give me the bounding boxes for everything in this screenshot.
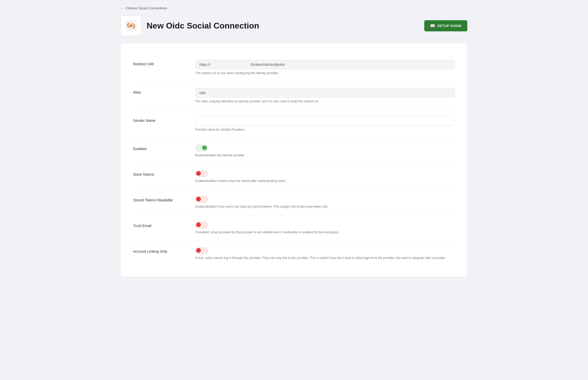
field-alias: The alias uniquely identifies an identit…	[195, 88, 455, 104]
help-stored_tokens_readable: Enable/disable if new users can read any…	[195, 204, 455, 209]
form-row-redirect_uri: Redirect URIThe redirect uri to use when…	[133, 54, 455, 82]
page-header: New Oidc Social Connection 📖 SETUP GUIDE	[121, 15, 467, 36]
label-trust_email: Trust Email	[133, 222, 195, 228]
label-redirect_uri: Redirect URI	[133, 60, 195, 66]
page-title: New Oidc Social Connection	[147, 21, 259, 31]
toggle-account_linking_only[interactable]	[195, 247, 208, 254]
field-stored_tokens_readable: Enable/disable if new users can read any…	[195, 196, 455, 209]
toggle-stored_tokens_readable[interactable]	[195, 196, 208, 203]
field-account_linking_only: If true, users cannot log in through thi…	[195, 247, 455, 260]
form-row-alias: AliasThe alias uniquely identifies an id…	[133, 82, 455, 110]
label-account_linking_only: Account Linking Only	[133, 247, 195, 254]
back-link-label: Choose Social Connections	[126, 6, 167, 10]
book-icon: 📖	[430, 23, 435, 28]
toggle-enabled[interactable]	[195, 145, 208, 151]
help-store_tokens: Enable/disable if tokens must be stored …	[195, 179, 455, 183]
input-redirect_uri	[195, 60, 455, 69]
form-row-account_linking_only: Account Linking OnlyIf true, users canno…	[133, 241, 455, 266]
header-left: New Oidc Social Connection	[121, 15, 259, 36]
form-row-sender_name: Sender NameFriendly name for Identity Pr…	[133, 110, 455, 138]
help-trust_email: If enabled, email provided by this provi…	[195, 230, 455, 235]
form-card: Redirect URIThe redirect uri to use when…	[121, 43, 467, 277]
form-row-trust_email: Trust EmailIf enabled, email provided by…	[133, 215, 455, 241]
form-row-enabled: EnabledEnable/disable this identity prov…	[133, 138, 455, 164]
toggle-store_tokens[interactable]	[195, 170, 208, 177]
label-alias: Alias	[133, 88, 195, 94]
setup-guide-label: SETUP GUIDE	[437, 24, 462, 28]
svg-point-1	[130, 24, 132, 27]
label-store_tokens: Store Tokens	[133, 170, 195, 177]
help-enabled: Enable/disable this identity provider.	[195, 153, 455, 158]
input-sender_name[interactable]	[195, 116, 455, 126]
logo-box	[121, 15, 141, 36]
field-store_tokens: Enable/disable if tokens must be stored …	[195, 170, 455, 183]
field-redirect_uri: The redirect uri to use when configuring…	[195, 60, 455, 75]
toggle-trust_email[interactable]	[195, 222, 208, 228]
setup-guide-button[interactable]: 📖 SETUP GUIDE	[424, 20, 467, 31]
field-sender_name: Friendly name for Identity Providers.	[195, 116, 455, 132]
back-arrow-icon: ←	[121, 6, 124, 10]
form-row-stored_tokens_readable: Stored Tokens ReadableEnable/disable if …	[133, 190, 455, 215]
back-link[interactable]: ← Choose Social Connections	[121, 6, 167, 10]
label-sender_name: Sender Name	[133, 116, 195, 123]
form-row-store_tokens: Store TokensEnable/disable if tokens mus…	[133, 164, 455, 190]
help-account_linking_only: If true, users cannot log in through thi…	[195, 256, 455, 260]
oidc-logo-icon	[125, 19, 137, 32]
help-sender_name: Friendly name for Identity Providers.	[195, 127, 455, 132]
help-alias: The alias uniquely identifies an identit…	[195, 99, 455, 104]
input-alias	[195, 88, 455, 97]
field-trust_email: If enabled, email provided by this provi…	[195, 222, 455, 235]
field-enabled: Enable/disable this identity provider.	[195, 145, 455, 158]
label-enabled: Enabled	[133, 145, 195, 151]
help-redirect_uri: The redirect uri to use when configuring…	[195, 71, 455, 75]
label-stored_tokens_readable: Stored Tokens Readable	[133, 196, 195, 202]
